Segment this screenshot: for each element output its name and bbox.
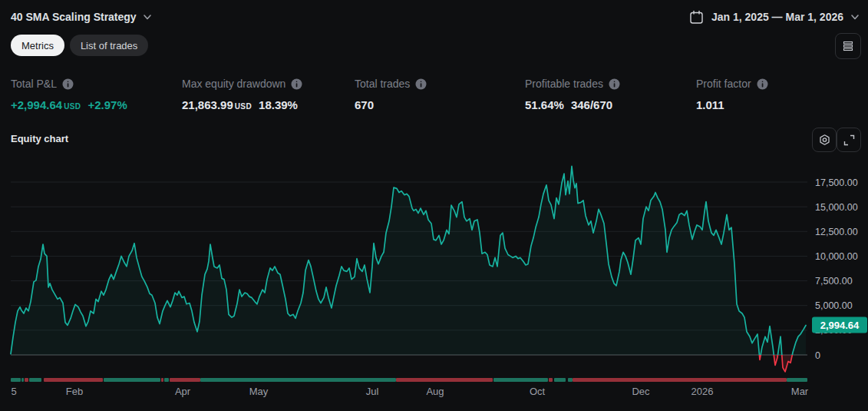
trade-segment-win	[568, 378, 573, 382]
metric-total-pnl: Total P&L +2,994.64 USD +2.97%	[11, 78, 127, 111]
chart-settings-button[interactable]	[812, 128, 837, 152]
y-axis-label: 7,500.00	[815, 276, 853, 287]
metric-total-trades: Total trades 670	[355, 78, 427, 111]
metric-label-text: Profit factor	[696, 78, 751, 90]
metric-value-main: +2,994.64	[11, 98, 62, 111]
trade-segment-loss	[170, 378, 200, 382]
x-axis-label: Aug	[426, 386, 444, 397]
metric-label: Profitable trades	[525, 78, 620, 90]
tab-metrics[interactable]: Metrics	[11, 35, 64, 56]
x-axis-label: 2026	[691, 386, 714, 397]
trade-segment-win	[104, 378, 160, 382]
trade-segment-loss	[396, 378, 493, 382]
equity-chart-canvas[interactable]: 17,500.0015,000.0012,500.0010,000.007,50…	[0, 150, 868, 411]
metric-label-text: Max equity drawdown	[182, 78, 285, 90]
trade-segment-loss	[549, 378, 553, 382]
list-icon	[842, 40, 854, 52]
y-axis-label: 17,500.00	[815, 177, 858, 188]
strategy-title: 40 SMA Scaling Strategy	[11, 11, 137, 23]
metric-value-main: 21,863.99	[182, 98, 233, 111]
tab-list-of-trades[interactable]: List of trades	[70, 35, 148, 56]
y-axis-label: 0	[815, 350, 820, 361]
settings-hex-icon	[818, 134, 831, 147]
metric-label-text: Total P&L	[11, 78, 57, 90]
top-bar: 40 SMA Scaling Strategy Jan 1, 2025 — Ma…	[11, 6, 859, 28]
x-axis-label: Dec	[632, 386, 650, 397]
current-value-badge: 2,994.64	[812, 317, 867, 333]
chevron-down-icon	[851, 15, 859, 20]
y-axis-label: 10,000.00	[815, 251, 858, 262]
strategy-selector[interactable]: 40 SMA Scaling Strategy	[11, 11, 151, 23]
metric-label: Max equity drawdown	[182, 78, 302, 90]
trade-segment-win	[493, 378, 548, 382]
metric-value-main: 51.64%	[525, 98, 564, 111]
badge-value: 2,994.64	[820, 320, 860, 331]
info-icon[interactable]	[415, 78, 427, 90]
fullscreen-button[interactable]	[837, 128, 861, 152]
metric-label: Profit factor	[696, 78, 768, 90]
x-axis-labels: 5FebAprMayJulAugOctDec2026Mar	[11, 386, 808, 397]
metric-value-extra: 346/670	[571, 98, 612, 111]
x-axis-label: Feb	[66, 386, 83, 397]
x-axis-label: May	[249, 386, 269, 397]
info-icon[interactable]	[609, 78, 620, 90]
trade-segment-win	[787, 378, 807, 382]
equity-chart-title: Equity chart	[11, 133, 68, 144]
metric-value-extra: 18.39%	[259, 98, 298, 111]
fullscreen-icon	[843, 134, 855, 146]
x-axis-label: Jul	[366, 386, 379, 397]
metric-profit-factor: Profit factor 1.011	[696, 78, 768, 111]
trade-segment-win	[164, 378, 169, 382]
calendar-icon	[689, 10, 704, 25]
trade-segment-loss	[25, 378, 28, 382]
trade-segment-win	[554, 378, 566, 382]
metric-value: 670	[355, 98, 427, 111]
report-layout-button[interactable]	[835, 33, 861, 59]
metric-label: Total trades	[355, 78, 427, 90]
equity-area-positive	[11, 166, 806, 372]
metric-label: Total P&L	[11, 78, 127, 90]
date-range-label: Jan 1, 2025 — Mar 1, 2026	[711, 11, 843, 23]
trade-segment-loss	[161, 378, 163, 382]
metric-value: +2,994.64 USD +2.97%	[11, 98, 127, 111]
metric-value-main: 670	[355, 98, 374, 111]
y-axis-label: 5,000.00	[815, 300, 853, 311]
x-axis-label: Mar	[791, 386, 809, 397]
trade-result-strip	[11, 378, 807, 382]
x-axis-label: 5	[11, 386, 16, 397]
metric-value-main: 1.011	[696, 98, 724, 111]
chevron-down-icon	[144, 15, 151, 20]
y-axis-labels: 17,500.0015,000.0012,500.0010,000.007,50…	[815, 177, 858, 361]
trade-segment-win	[11, 378, 21, 382]
x-axis-label: Oct	[530, 386, 546, 397]
x-axis-label: Apr	[175, 386, 191, 397]
y-axis-label: 12,500.00	[815, 227, 858, 237]
trade-segment-win	[29, 378, 41, 382]
info-icon[interactable]	[62, 78, 74, 90]
metric-value-unit: USD	[64, 102, 81, 111]
metric-value: 51.64% 346/670	[525, 98, 620, 111]
metric-max-drawdown: Max equity drawdown 21,863.99 USD 18.39%	[182, 78, 302, 111]
view-tabs: Metrics List of trades	[11, 35, 148, 56]
info-icon[interactable]	[757, 78, 768, 90]
trade-segment-win	[21, 378, 24, 382]
trade-segment-loss	[573, 378, 787, 382]
metric-value-unit: USD	[235, 102, 252, 111]
strategy-tester-panel: 40 SMA Scaling Strategy Jan 1, 2025 — Ma…	[0, 0, 868, 411]
metric-profitable-trades: Profitable trades 51.64% 346/670	[525, 78, 620, 111]
trade-segment-win	[200, 378, 396, 382]
y-axis-label: 15,000.00	[815, 202, 858, 213]
metric-label-text: Profitable trades	[525, 78, 603, 90]
metric-value: 21,863.99 USD 18.39%	[182, 98, 302, 111]
info-icon[interactable]	[291, 78, 302, 90]
date-range-picker[interactable]: Jan 1, 2025 — Mar 1, 2026	[689, 10, 859, 25]
metric-label-text: Total trades	[355, 78, 410, 90]
metric-value: 1.011	[696, 98, 768, 111]
trade-segment-loss	[44, 378, 103, 382]
metric-value-extra: +2.97%	[87, 98, 127, 111]
